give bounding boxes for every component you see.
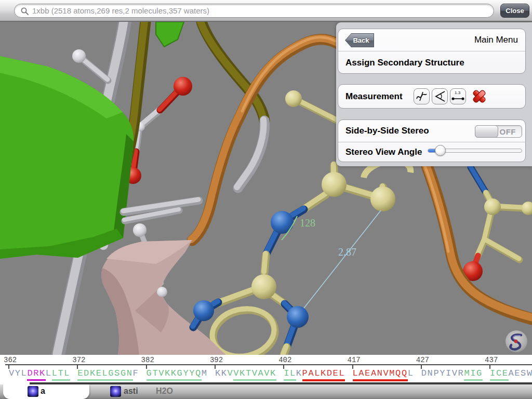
- assign-secondary-structure-item[interactable]: Assign Secondary Structure: [338, 51, 525, 74]
- residue-segment[interactable]: VYL: [9, 368, 27, 379]
- torsion-tool-button[interactable]: [414, 88, 430, 104]
- angle-value-label: 128: [300, 217, 315, 229]
- menu-header-card: Back Main Menu Assign Secondary Structur…: [338, 29, 526, 74]
- toggle-thumb[interactable]: [475, 125, 498, 138]
- angle-tool-button[interactable]: [432, 88, 448, 104]
- residue-segment[interactable]: PALKDEL: [302, 368, 345, 381]
- nitrogen-atom[interactable]: [193, 300, 214, 321]
- sequence-group[interactable]: EDKELGSGNF: [77, 368, 139, 381]
- angle-tool-icon: [432, 89, 447, 104]
- oxygen-atom[interactable]: [174, 77, 192, 96]
- molecule-tab-asti[interactable]: asti: [104, 384, 148, 399]
- clear-measurements-icon: [471, 88, 488, 105]
- ruler-number: 382: [141, 356, 154, 364]
- molecule-tab-H2O[interactable]: H2O: [151, 384, 182, 399]
- toggle-state-label: OFF: [500, 126, 516, 138]
- residue-segment[interactable]: LAEANVMQQ: [353, 368, 408, 381]
- measurement-card: Measurement 1.3: [338, 84, 526, 109]
- residue-segment[interactable]: MIG: [464, 368, 482, 381]
- sequence-group[interactable]: ICEAESW: [490, 368, 532, 381]
- panel-title: Main Menu: [474, 29, 518, 51]
- white-atom: [157, 287, 167, 297]
- top-toolbar: 1xbb (2518 atoms,269 res,2 molecules,357…: [0, 0, 532, 22]
- ruler-number: 392: [210, 356, 223, 364]
- measurement-label: Measurement: [345, 85, 403, 108]
- slider-thumb[interactable]: [435, 145, 446, 156]
- sequence-group[interactable]: LAEANVMQQL: [353, 368, 414, 381]
- search-icon: [20, 7, 29, 16]
- stereo-toggle-row: Side-by-Side Stereo OFF: [338, 120, 525, 142]
- search-value: 1xbb (2518 atoms,269 res,2 molecules,357…: [32, 6, 209, 15]
- distance-tool-icon: 1.3: [450, 89, 466, 104]
- carbon-atom[interactable]: [370, 187, 395, 211]
- residue-segment[interactable]: F: [133, 368, 139, 379]
- residue-segment[interactable]: V: [228, 368, 234, 379]
- residue-segment[interactable]: DRK: [27, 368, 45, 381]
- distance-tool-button[interactable]: 1.3: [450, 88, 466, 104]
- molecule-tab-bar: aastiH2O: [0, 384, 532, 399]
- torsion-tool-icon: [414, 89, 429, 104]
- residue-segment[interactable]: EDKELGSGN: [77, 368, 132, 381]
- nitrogen-atom[interactable]: [271, 211, 294, 234]
- stereo-label: Side-by-Side Stereo: [345, 120, 429, 142]
- carbon-atom[interactable]: [251, 274, 276, 299]
- residue-segment[interactable]: LTL: [52, 368, 70, 381]
- sequence-panel: 362372382392402417427437 VYLDRKLLTLEDKEL…: [0, 355, 532, 384]
- distance-value-label: 2.87: [338, 246, 356, 258]
- tab-label: asti: [124, 387, 138, 396]
- molecule-tab-a[interactable]: a: [3, 384, 89, 399]
- residue-segment[interactable]: IL: [284, 368, 296, 381]
- nitrogen-atom[interactable]: [287, 306, 309, 328]
- app-window: 128 2.87 Back Main Menu Assign Secondary…: [0, 0, 532, 399]
- residue-segment[interactable]: GTVKKGYYQ: [147, 368, 202, 381]
- residue-segment[interactable]: AESW: [509, 368, 532, 379]
- clear-measurements-button[interactable]: [471, 88, 488, 105]
- sequence-group[interactable]: ILKPALKDEL: [284, 368, 345, 381]
- ruler-number: 427: [416, 356, 429, 364]
- back-button[interactable]: Back: [345, 33, 374, 47]
- ruler-number: 402: [278, 356, 291, 364]
- search-input[interactable]: 1xbb (2518 atoms,269 res,2 molecules,357…: [14, 4, 494, 18]
- sequence-group[interactable]: VYLDRKLLTL: [9, 368, 70, 381]
- ruler-number: 437: [485, 356, 498, 364]
- stereo-angle-label: Stereo View Angle: [345, 142, 422, 162]
- tab-label: H2O: [156, 387, 173, 396]
- molsoft-logo: [506, 330, 527, 352]
- sequence-group[interactable]: DNPYIVRMIG: [421, 368, 483, 381]
- sequence-ruler-line: [5, 364, 532, 365]
- residue-segment[interactable]: M: [202, 368, 208, 379]
- ruler-number: 417: [348, 356, 361, 364]
- tab-label: a: [41, 387, 45, 396]
- menu-panel: Back Main Menu Assign Secondary Structur…: [336, 22, 532, 166]
- stereo-toggle[interactable]: OFF: [475, 125, 522, 138]
- residue-segment[interactable]: ICE: [490, 368, 508, 381]
- molecule-orb-icon: [28, 386, 38, 397]
- carbon-atom[interactable]: [322, 172, 347, 197]
- ruler-number: 372: [72, 356, 85, 364]
- close-button[interactable]: Close: [500, 4, 529, 18]
- residue-segment[interactable]: L: [46, 368, 52, 379]
- residue-segment[interactable]: KK: [215, 368, 228, 379]
- svg-text:1.3: 1.3: [455, 90, 461, 95]
- residue-segment[interactable]: VKTVAVK: [233, 368, 276, 381]
- residue-segment[interactable]: L: [408, 368, 414, 379]
- ruler-number: 362: [4, 356, 17, 364]
- sequence-group[interactable]: KKVVKTVAVK: [215, 368, 276, 381]
- molecule-orb-icon: [110, 386, 121, 397]
- residue-segment[interactable]: K: [296, 368, 302, 379]
- sequence-group[interactable]: GTVKKGYYQM: [147, 368, 208, 381]
- stereo-card: Side-by-Side Stereo OFF Stereo View Angl…: [338, 119, 526, 162]
- residue-segment[interactable]: DNPYIVR: [421, 368, 464, 379]
